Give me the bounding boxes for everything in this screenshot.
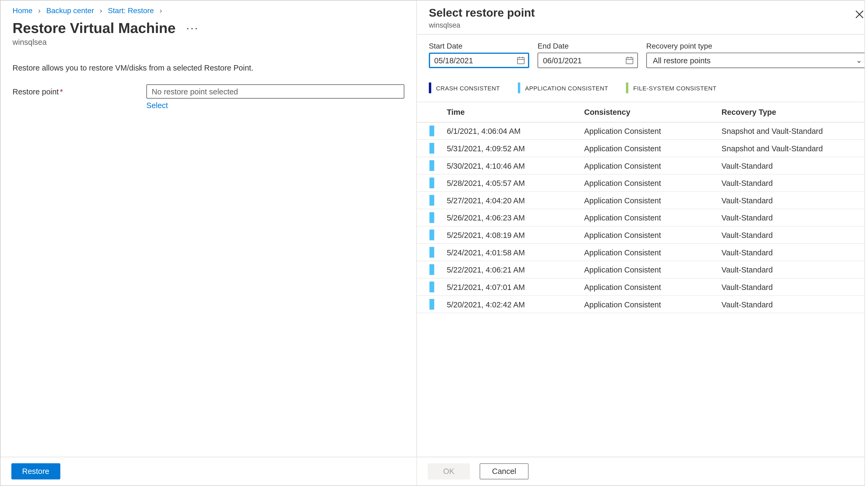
select-restore-point-panel: Select restore point winsqlsea Start Dat… [417,1,865,485]
cell-time: 6/1/2021, 4:06:04 AM [441,126,578,135]
table-row[interactable]: 6/1/2021, 4:06:04 AM Application Consist… [417,122,865,140]
recovery-type-value: All restore points [653,56,711,65]
cell-consistency: Application Consistent [578,300,715,309]
left-footer: Restore [1,457,416,485]
column-time[interactable]: Time [441,108,578,116]
breadcrumb-start-restore[interactable]: Start: Restore [108,7,154,15]
consistency-bar-icon [429,264,434,275]
consistency-bar-icon [429,299,434,310]
cell-recovery-type: Vault-Standard [715,248,865,257]
cancel-button[interactable]: Cancel [479,463,529,479]
chevron-right-icon: › [159,7,162,15]
ok-button[interactable]: OK [428,463,470,479]
start-date-field[interactable] [434,56,506,65]
right-footer: OK Cancel [417,457,865,485]
cell-consistency: Application Consistent [578,126,715,135]
legend-bar-crash [429,83,431,93]
restore-point-placeholder: No restore point selected [152,87,238,96]
cell-recovery-type: Snapshot and Vault-Standard [715,126,865,135]
table-row[interactable]: 5/24/2021, 4:01:58 AM Application Consis… [417,244,865,261]
chevron-down-icon: ⌄ [856,56,862,65]
left-panel: Home › Backup center › Start: Restore › … [1,1,417,485]
calendar-icon[interactable] [625,56,634,65]
end-date-label: End Date [537,42,638,50]
cell-recovery-type: Vault-Standard [715,300,865,309]
recovery-type-dropdown[interactable]: All restore points ⌄ [646,53,865,68]
select-restore-point-link[interactable]: Select [146,101,168,110]
cell-consistency: Application Consistent [578,248,715,257]
cell-time: 5/22/2021, 4:06:21 AM [441,265,578,274]
cell-recovery-type: Vault-Standard [715,178,865,187]
calendar-icon[interactable] [517,56,525,65]
consistency-bar-icon [429,143,434,154]
legend-bar-app [518,83,520,93]
cell-recovery-type: Vault-Standard [715,161,865,170]
svg-rect-4 [626,57,633,63]
cell-time: 5/26/2021, 4:06:23 AM [441,213,578,222]
cell-time: 5/31/2021, 4:09:52 AM [441,144,578,152]
svg-rect-0 [518,57,524,63]
table-row[interactable]: 5/30/2021, 4:10:46 AM Application Consis… [417,157,865,175]
consistency-bar-icon [429,160,434,171]
legend-crash-consistent: CRASH CONSISTENT [429,83,500,93]
chevron-right-icon: › [100,7,102,15]
recovery-type-label: Recovery point type [646,42,865,50]
legend-filesystem-consistent: FILE-SYSTEM CONSISTENT [626,83,716,93]
consistency-bar-icon [429,177,434,188]
end-date-input[interactable] [537,53,638,68]
cell-time: 5/27/2021, 4:04:20 AM [441,196,578,205]
close-icon [856,10,864,19]
table-row[interactable]: 5/21/2021, 4:07:01 AM Application Consis… [417,279,865,296]
cell-time: 5/28/2021, 4:05:57 AM [441,178,578,187]
close-button[interactable] [851,8,865,23]
cell-consistency: Application Consistent [578,230,715,239]
cell-recovery-type: Snapshot and Vault-Standard [715,144,865,152]
cell-consistency: Application Consistent [578,213,715,222]
restore-button[interactable]: Restore [11,463,60,479]
table-row[interactable]: 5/27/2021, 4:04:20 AM Application Consis… [417,192,865,209]
page-title: Restore Virtual Machine [12,20,176,36]
panel-title: Select restore point [429,7,535,20]
table-header: Time Consistency Recovery Type [417,102,865,122]
resource-subtitle: winsqlsea [1,36,416,55]
table-row[interactable]: 5/25/2021, 4:08:19 AM Application Consis… [417,227,865,244]
restore-point-input[interactable]: No restore point selected [146,84,404,98]
start-date-input[interactable] [429,53,529,68]
table-row[interactable]: 5/22/2021, 4:06:21 AM Application Consis… [417,261,865,279]
cell-time: 5/20/2021, 4:02:42 AM [441,300,578,309]
consistency-bar-icon [429,195,434,206]
breadcrumb-backup-center[interactable]: Backup center [46,7,94,15]
column-recovery-type[interactable]: Recovery Type [715,108,865,116]
table-row[interactable]: 5/26/2021, 4:06:23 AM Application Consis… [417,209,865,227]
cell-consistency: Application Consistent [578,265,715,274]
cell-consistency: Application Consistent [578,282,715,291]
consistency-bar-icon [429,212,434,223]
table-row[interactable]: 5/20/2021, 4:02:42 AM Application Consis… [417,296,865,313]
cell-time: 5/24/2021, 4:01:58 AM [441,248,578,257]
table-row[interactable]: 5/31/2021, 4:09:52 AM Application Consis… [417,140,865,158]
cell-recovery-type: Vault-Standard [715,213,865,222]
cell-recovery-type: Vault-Standard [715,230,865,239]
consistency-legend: CRASH CONSISTENT APPLICATION CONSISTENT … [417,73,865,102]
table-row[interactable]: 5/28/2021, 4:05:57 AM Application Consis… [417,175,865,192]
cell-time: 5/25/2021, 4:08:19 AM [441,230,578,239]
consistency-bar-icon [429,247,434,257]
restore-points-table: Time Consistency Recovery Type 6/1/2021,… [417,102,865,313]
cell-consistency: Application Consistent [578,196,715,205]
cell-consistency: Application Consistent [578,161,715,170]
legend-application-consistent: APPLICATION CONSISTENT [518,83,608,93]
legend-bar-fs [626,83,628,93]
more-actions-button[interactable]: ··· [183,20,203,36]
chevron-right-icon: › [38,7,40,15]
end-date-field[interactable] [543,56,615,65]
consistency-bar-icon [429,230,434,240]
cell-time: 5/30/2021, 4:10:46 AM [441,161,578,170]
start-date-label: Start Date [429,42,529,50]
cell-recovery-type: Vault-Standard [715,282,865,291]
consistency-bar-icon [429,282,434,292]
restore-point-label: Restore point* [12,84,146,96]
column-consistency[interactable]: Consistency [578,108,715,116]
cell-consistency: Application Consistent [578,178,715,187]
breadcrumb: Home › Backup center › Start: Restore › [1,1,416,15]
breadcrumb-home[interactable]: Home [12,7,32,15]
